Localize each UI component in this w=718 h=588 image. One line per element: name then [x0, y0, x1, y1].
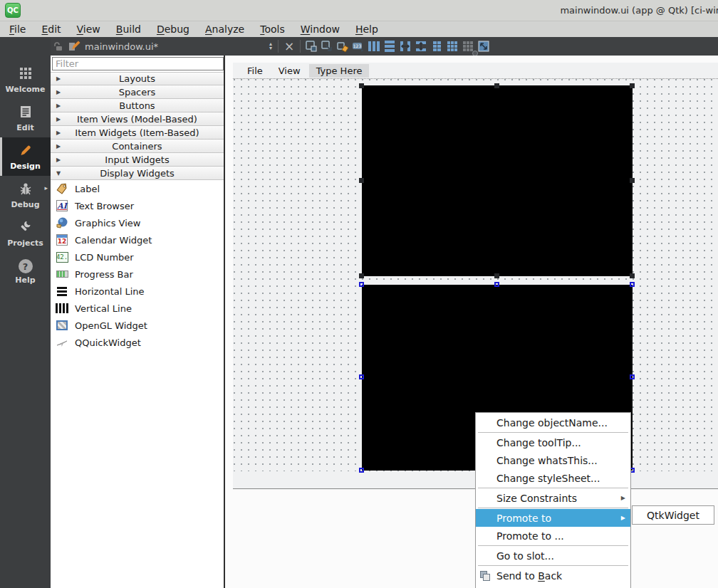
- menu-debug[interactable]: Debug: [149, 22, 197, 36]
- form-menubar: File View Type Here: [233, 63, 718, 79]
- category-display-widgets[interactable]: ▼Display Widgets: [51, 167, 224, 180]
- resize-handle[interactable]: [359, 282, 364, 287]
- help-icon: ?: [19, 259, 33, 273]
- category-containers[interactable]: ▶Containers: [51, 140, 224, 153]
- widget-item-opengl[interactable]: OpenGL Widget: [51, 317, 224, 334]
- resize-handle[interactable]: [494, 83, 499, 88]
- menu-item-go-to-slot[interactable]: Go to slot...: [476, 547, 630, 565]
- menu-item-bring-to-front[interactable]: Bring to Front: [476, 584, 630, 588]
- category-spacers[interactable]: ▶Spacers: [51, 85, 224, 99]
- widget-item-calendar[interactable]: 12 Calendar Widget: [51, 231, 224, 248]
- placed-widget-1[interactable]: [362, 85, 633, 276]
- menu-file[interactable]: File: [1, 22, 33, 36]
- resize-handle[interactable]: [494, 282, 499, 287]
- app-icon: QC: [5, 3, 21, 18]
- context-menu: Change objectName... Change toolTip... C…: [475, 412, 631, 588]
- menu-item-send-to-back[interactable]: Send to Back: [476, 567, 630, 584]
- submenu-item-qtkwidget[interactable]: QtkWidget: [647, 510, 699, 521]
- edit-document-icon[interactable]: [66, 38, 82, 54]
- widget-item-lcd-number[interactable]: 42. LCD Number: [51, 248, 224, 266]
- widget-item-qquickwidget[interactable]: QQuickWidget: [51, 334, 224, 351]
- widget-item-horizontal-line[interactable]: Horizontal Line: [51, 283, 224, 300]
- widget-item-label[interactable]: Label: [51, 180, 224, 197]
- form-menu-file[interactable]: File: [240, 64, 270, 78]
- window-titlebar: QC mainwindow.ui (app @ Qtk) [ci-win: [0, 0, 718, 21]
- resize-handle[interactable]: [359, 374, 364, 379]
- menu-view[interactable]: View: [69, 22, 108, 36]
- menu-tools[interactable]: Tools: [252, 22, 293, 36]
- layout-vertical-icon[interactable]: [382, 38, 397, 54]
- debug-flyout-arrow-icon[interactable]: ▸: [44, 184, 48, 191]
- menu-separator: [478, 545, 628, 546]
- edit-buddies-icon[interactable]: [335, 38, 350, 54]
- sidebar-item-design[interactable]: Design: [0, 137, 51, 176]
- graphics-view-icon: [56, 216, 68, 229]
- resize-handle[interactable]: [630, 83, 635, 88]
- resize-handle[interactable]: [630, 374, 635, 379]
- resize-handle[interactable]: [359, 273, 364, 278]
- layout-form-icon[interactable]: [429, 38, 444, 54]
- sidebar-item-help[interactable]: ? Help: [0, 253, 51, 291]
- widget-item-text-browser[interactable]: AI Text Browser: [51, 197, 224, 214]
- category-item-widgets[interactable]: ▶Item Widgets (Item-Based): [51, 126, 224, 140]
- layout-horizontal-icon[interactable]: [366, 38, 382, 54]
- send-to-back-icon: [479, 570, 491, 582]
- menu-item-change-objectname[interactable]: Change objectName...: [476, 414, 630, 431]
- break-layout-icon[interactable]: [460, 38, 476, 54]
- resize-handle[interactable]: [630, 273, 635, 278]
- menu-item-change-stylesheet[interactable]: Change styleSheet...: [476, 469, 630, 487]
- edit-signals-slots-icon[interactable]: [319, 38, 335, 54]
- layout-vertical-splitter-icon[interactable]: [413, 38, 429, 54]
- widget-item-vertical-line[interactable]: Vertical Line: [51, 300, 224, 317]
- sidebar-item-welcome[interactable]: Welcome: [0, 61, 51, 99]
- menu-analyze[interactable]: Analyze: [197, 22, 252, 36]
- form-menu-view[interactable]: View: [271, 64, 308, 78]
- open-document-selector[interactable]: mainwindow.ui*: [85, 41, 158, 52]
- toolbar-separator: [278, 40, 279, 53]
- resize-handle[interactable]: [494, 273, 499, 278]
- layout-horizontal-splitter-icon[interactable]: [397, 38, 413, 54]
- resize-handle[interactable]: [359, 468, 364, 473]
- resize-handle[interactable]: [359, 178, 364, 183]
- mode-sidebar: Welcome Edit Design ▸ Debug Projects ? H…: [0, 37, 51, 588]
- close-document-icon[interactable]: ×: [281, 41, 297, 53]
- widget-item-graphics-view[interactable]: Graphics View: [51, 214, 224, 231]
- menu-help[interactable]: Help: [348, 22, 386, 36]
- document-spinner-icon[interactable]: ▴▾: [269, 42, 272, 51]
- menu-item-change-whatsthis[interactable]: Change whatsThis...: [476, 451, 630, 469]
- category-item-views[interactable]: ▶Item Views (Model-Based): [51, 112, 224, 126]
- submenu-arrow-icon: ▶: [621, 495, 625, 501]
- edit-tab-order-icon[interactable]: 123: [350, 38, 366, 54]
- main-menubar: File Edit View Build Debug Analyze Tools…: [0, 21, 718, 37]
- sidebar-item-projects[interactable]: Projects: [0, 214, 51, 253]
- menu-separator: [478, 565, 628, 566]
- filter-input[interactable]: [52, 57, 224, 70]
- category-input-widgets[interactable]: ▶Input Widgets: [51, 153, 224, 167]
- menu-item-promote-to-dialog[interactable]: Promote to ...: [476, 527, 630, 545]
- layout-grid-icon[interactable]: [444, 38, 460, 54]
- resize-handle[interactable]: [359, 83, 364, 88]
- menu-edit[interactable]: Edit: [33, 22, 68, 36]
- sidebar-item-edit[interactable]: Edit: [0, 99, 51, 137]
- category-buttons[interactable]: ▶Buttons: [51, 99, 224, 112]
- resize-handle[interactable]: [630, 178, 635, 183]
- sidebar-item-debug[interactable]: ▸ Debug: [0, 176, 51, 214]
- vertical-line-icon: [56, 302, 68, 315]
- menu-item-size-constraints[interactable]: Size Constraints▶: [476, 489, 630, 507]
- menu-build[interactable]: Build: [108, 22, 149, 36]
- svg-text:123: 123: [353, 43, 362, 48]
- widget-item-progress-bar[interactable]: Progress Bar: [51, 266, 224, 283]
- progress-bar-icon: [56, 268, 68, 280]
- form-menu-type-here[interactable]: Type Here: [309, 64, 370, 78]
- adjust-size-icon[interactable]: [476, 38, 491, 54]
- menu-item-promote-to[interactable]: Promote to▶: [476, 509, 630, 527]
- submenu-arrow-icon: ▶: [621, 515, 625, 521]
- qquickwidget-icon: [56, 336, 68, 349]
- resize-handle[interactable]: [630, 282, 635, 287]
- menu-item-change-tooltip[interactable]: Change toolTip...: [476, 434, 630, 451]
- text-browser-icon: AI: [56, 199, 68, 212]
- category-layouts[interactable]: ▶Layouts: [51, 72, 224, 85]
- menu-window[interactable]: Window: [293, 22, 348, 36]
- lock-icon[interactable]: [51, 38, 66, 54]
- edit-widgets-icon[interactable]: [303, 38, 319, 54]
